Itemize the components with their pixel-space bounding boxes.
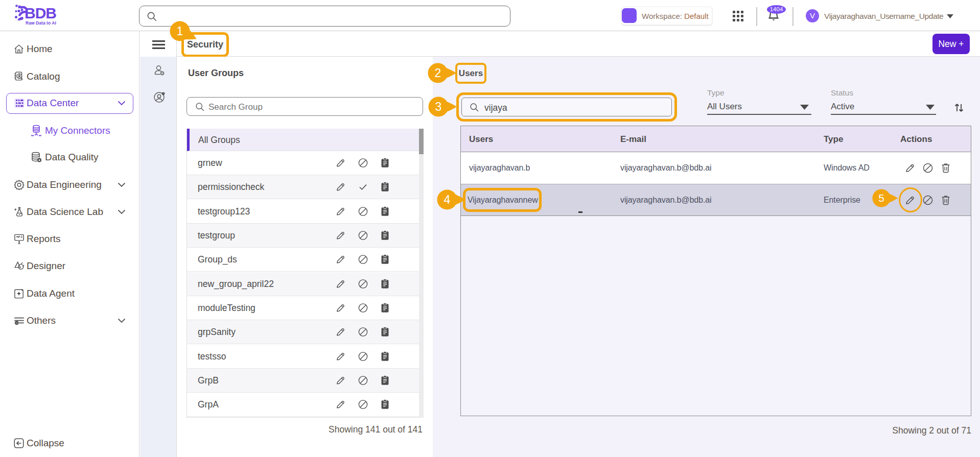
svg-text:Raw Data to AI: Raw Data to AI bbox=[26, 20, 56, 25]
svg-text:1: 1 bbox=[177, 25, 183, 38]
svg-text:3: 3 bbox=[435, 100, 442, 113]
svg-text:4: 4 bbox=[444, 193, 451, 206]
svg-text:BDB: BDB bbox=[25, 5, 56, 21]
svg-text:5: 5 bbox=[878, 192, 884, 204]
svg-text:2: 2 bbox=[435, 66, 441, 80]
